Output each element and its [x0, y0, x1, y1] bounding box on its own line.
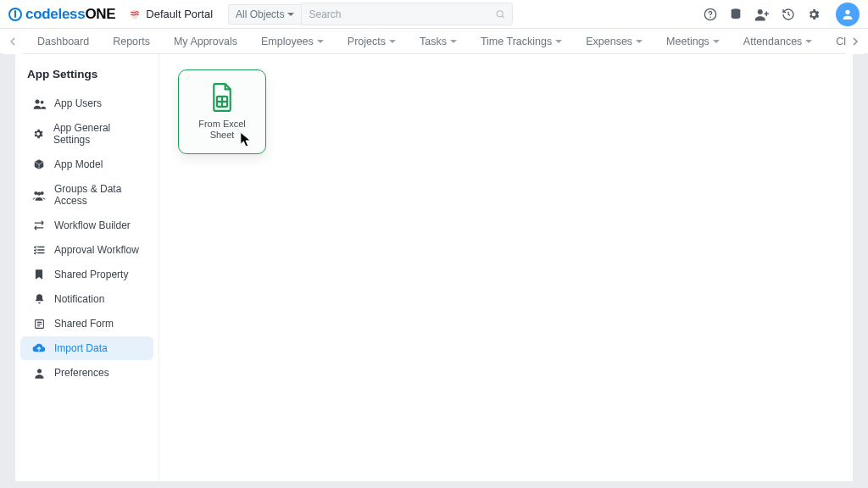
- object-selector[interactable]: All Objects: [228, 4, 301, 25]
- sidebar-item-label: App Users: [54, 97, 102, 109]
- chevron-down-icon: [713, 40, 720, 43]
- chevron-down-icon: [805, 40, 812, 43]
- sidebar-item-shared-form[interactable]: Shared Form: [20, 312, 153, 336]
- gear-icon: [32, 128, 45, 140]
- flow-icon: [32, 220, 46, 230]
- search-icon: [495, 8, 506, 19]
- svg-point-3: [709, 16, 710, 17]
- form-icon: [32, 319, 46, 330]
- nav-item-label: Clients: [836, 36, 846, 47]
- sidebar-item-label: Groups & Data Access: [54, 183, 143, 207]
- settings-icon[interactable]: [807, 8, 821, 21]
- portal-selector[interactable]: Default Portal: [129, 8, 213, 20]
- nav-item-label: Attendances: [743, 36, 803, 47]
- svg-point-8: [40, 100, 43, 103]
- chevron-down-icon: [555, 40, 562, 43]
- portal-icon: [129, 8, 141, 20]
- person-icon: [32, 368, 46, 379]
- nav-item-tasks[interactable]: Tasks: [408, 29, 469, 54]
- chevron-down-icon: [450, 40, 457, 43]
- nav-item-label: Expenses: [586, 36, 632, 47]
- sidebar-item-label: Shared Form: [54, 318, 114, 330]
- sidebar-item-preferences[interactable]: Preferences: [20, 361, 153, 385]
- nav-item-label: Dashboard: [37, 36, 89, 47]
- sidebar-item-app-general-settings[interactable]: App General Settings: [20, 116, 153, 152]
- sidebar-item-label: App Model: [54, 158, 103, 170]
- database-icon[interactable]: [729, 8, 743, 21]
- svg-point-5: [758, 9, 763, 14]
- sidebar-item-import-data[interactable]: Import Data: [20, 336, 153, 360]
- sidebar-item-label: Preferences: [54, 367, 109, 379]
- history-icon[interactable]: [782, 8, 795, 21]
- cloud-icon: [32, 343, 46, 353]
- help-icon[interactable]: [704, 8, 717, 21]
- portal-label: Default Portal: [146, 8, 213, 20]
- brand-logo-icon: [8, 8, 22, 21]
- nav-item-label: My Approvals: [174, 36, 237, 47]
- nav-item-label: Employees: [261, 36, 314, 47]
- sidebar-item-app-users[interactable]: App Users: [20, 92, 153, 115]
- nav-item-employees[interactable]: Employees: [249, 29, 336, 54]
- brand-logo[interactable]: codelessONE: [8, 6, 115, 23]
- svg-point-13: [37, 369, 42, 373]
- chevron-down-icon: [287, 13, 294, 16]
- sidebar-item-notification[interactable]: Notification: [20, 287, 153, 311]
- cube-icon: [32, 158, 46, 170]
- sidebar-item-label: Import Data: [54, 342, 108, 354]
- object-selector-label: All Objects: [236, 8, 284, 20]
- nav-item-reports[interactable]: Reports: [101, 29, 162, 54]
- nav-scroll-left[interactable]: [3, 29, 22, 54]
- top-bar: codelessONE Default Portal All Objects: [0, 0, 868, 29]
- nav-item-projects[interactable]: Projects: [336, 29, 408, 54]
- sidebar-item-label: Shared Property: [54, 269, 128, 280]
- nav-item-attendances[interactable]: Attendances: [732, 29, 825, 54]
- svg-point-0: [498, 10, 504, 16]
- nav-item-expenses[interactable]: Expenses: [574, 29, 654, 54]
- chevron-down-icon: [317, 40, 324, 43]
- chevron-down-icon: [636, 40, 643, 43]
- sidebar-item-label: App General Settings: [53, 122, 143, 146]
- nav-item-my-approvals[interactable]: My Approvals: [162, 29, 249, 54]
- nav-item-label: Meetings: [666, 36, 709, 47]
- nav-item-time-trackings[interactable]: Time Trackings: [469, 29, 574, 54]
- brand-text-2: ONE: [85, 6, 115, 22]
- nav-item-clients[interactable]: Clients: [824, 29, 846, 54]
- sidebar-item-label: Workflow Builder: [54, 219, 131, 231]
- main-nav: DashboardReportsMy ApprovalsEmployeesPro…: [0, 29, 868, 54]
- sidebar-title: App Settings: [15, 68, 159, 91]
- content-area: From Excel Sheet: [159, 54, 853, 481]
- sidebar-item-app-model[interactable]: App Model: [20, 152, 153, 176]
- checklist-icon: [32, 245, 46, 255]
- header-actions: [704, 3, 860, 26]
- import-from-excel-card[interactable]: From Excel Sheet: [178, 69, 266, 154]
- sidebar-item-workflow-builder[interactable]: Workflow Builder: [20, 214, 153, 237]
- svg-point-9: [34, 191, 37, 195]
- sidebar-item-approval-workflow[interactable]: Approval Workflow: [20, 238, 153, 262]
- svg-point-11: [37, 191, 41, 195]
- svg-line-1: [503, 15, 505, 18]
- user-add-icon[interactable]: [754, 8, 770, 21]
- nav-item-dashboard[interactable]: Dashboard: [25, 29, 101, 54]
- nav-item-meetings[interactable]: Meetings: [654, 29, 732, 54]
- users-icon: [32, 98, 46, 109]
- sidebar-item-label: Approval Workflow: [54, 244, 139, 256]
- sidebar-item-groups-data-access[interactable]: Groups & Data Access: [20, 177, 153, 213]
- sidebar-item-shared-property[interactable]: Shared Property: [20, 263, 153, 286]
- nav-item-label: Tasks: [420, 36, 447, 47]
- svg-point-6: [845, 9, 849, 14]
- nav-scroll-right[interactable]: [846, 29, 865, 54]
- card-label: From Excel Sheet: [179, 119, 265, 141]
- search-input[interactable]: [301, 3, 513, 25]
- settings-sidebar: App Settings App UsersApp General Settin…: [15, 54, 159, 481]
- brand-text-1: codeless: [25, 6, 85, 22]
- excel-file-icon: [209, 83, 235, 112]
- nav-item-label: Reports: [113, 36, 150, 47]
- search-group: All Objects: [228, 3, 513, 25]
- svg-point-7: [35, 99, 39, 103]
- sidebar-item-label: Notification: [54, 293, 104, 305]
- bell-icon: [32, 293, 46, 305]
- svg-point-10: [41, 191, 44, 195]
- user-avatar[interactable]: [836, 3, 860, 26]
- group-icon: [32, 190, 46, 201]
- bookmark-icon: [32, 269, 46, 280]
